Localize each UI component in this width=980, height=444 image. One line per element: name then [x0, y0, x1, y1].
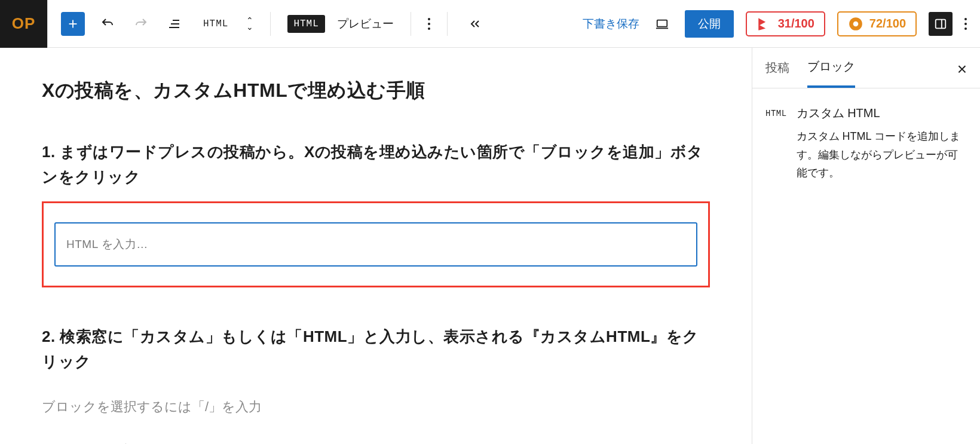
publish-button[interactable]: 公開 — [685, 10, 734, 38]
block-info-panel: HTML カスタム HTML カスタム HTML コードを追加します。編集しなが… — [752, 88, 980, 199]
post-title[interactable]: Xの投稿を、カスタムHTMLで埋め込む手順 — [42, 78, 710, 104]
html-mode-pill[interactable]: HTML — [287, 15, 324, 33]
preview-device-button[interactable] — [651, 13, 673, 35]
more-options-menu[interactable] — [964, 18, 967, 30]
document-overview-button[interactable] — [164, 13, 185, 35]
seo-score-badge[interactable]: 72/100 — [837, 11, 917, 36]
heading-step-1[interactable]: 1. まずはワードプレスの投稿から。Xの投稿を埋め込みたい箇所で「ブロックを追加… — [42, 140, 710, 189]
seo-icon — [848, 16, 863, 32]
preview-button[interactable]: プレビュー — [337, 16, 394, 32]
svg-point-8 — [853, 21, 858, 26]
add-block-button[interactable] — [61, 12, 85, 36]
undo-button[interactable] — [97, 13, 118, 35]
move-block-buttons[interactable]: ⌃⌄ — [240, 17, 253, 30]
save-draft-button[interactable]: 下書き保存 — [583, 16, 639, 32]
svg-rect-9 — [936, 19, 946, 28]
readability-icon — [757, 16, 772, 32]
block-info-title: カスタム HTML — [797, 105, 967, 121]
score-value: 72/100 — [869, 17, 906, 30]
settings-sidebar: 投稿 ブロック × HTML カスタム HTML カスタム HTML コードを追… — [752, 48, 980, 444]
heading-step-2[interactable]: 2. 検索窓に「カスタム」もしくは「HTML」と入力し、表示される『カスタムHT… — [42, 324, 710, 374]
block-type-indicator: HTML — [197, 19, 228, 29]
html-input-placeholder: HTML を入力… — [66, 238, 148, 250]
separator — [447, 12, 448, 36]
tab-block[interactable]: ブロック — [807, 59, 855, 88]
separator — [411, 12, 411, 36]
highlight-frame: HTML を入力… — [42, 201, 710, 287]
site-logo[interactable]: OP — [0, 0, 48, 48]
block-options-menu[interactable] — [428, 18, 430, 30]
collapse-toolbar-button[interactable] — [464, 13, 486, 35]
toggle-sidebar-button[interactable] — [929, 12, 953, 36]
heading-step-3[interactable]: 3. HTMLを入力するエリアが表示される — [42, 440, 710, 444]
redo-button[interactable] — [130, 13, 152, 35]
block-placeholder-hint[interactable]: ブロックを選択するには「/」を入力 — [42, 398, 710, 416]
svg-rect-5 — [657, 20, 667, 26]
separator — [270, 12, 271, 36]
tab-post[interactable]: 投稿 — [765, 60, 789, 87]
custom-html-block[interactable]: HTML を入力… — [54, 222, 697, 267]
readability-score-badge[interactable]: 31/100 — [746, 11, 825, 36]
block-info-description: カスタム HTML コードを追加します。編集しながらプレビューが可能です。 — [797, 127, 967, 182]
block-info-icon: HTML — [765, 105, 787, 182]
score-value: 31/100 — [778, 17, 814, 30]
block-type-label: HTML — [203, 19, 228, 29]
logo-text: OP — [12, 14, 36, 33]
close-sidebar-button[interactable]: × — [957, 60, 967, 87]
editor-canvas[interactable]: Xの投稿を、カスタムHTMLで埋め込む手順 1. まずはワードプレスの投稿から。… — [0, 48, 752, 444]
